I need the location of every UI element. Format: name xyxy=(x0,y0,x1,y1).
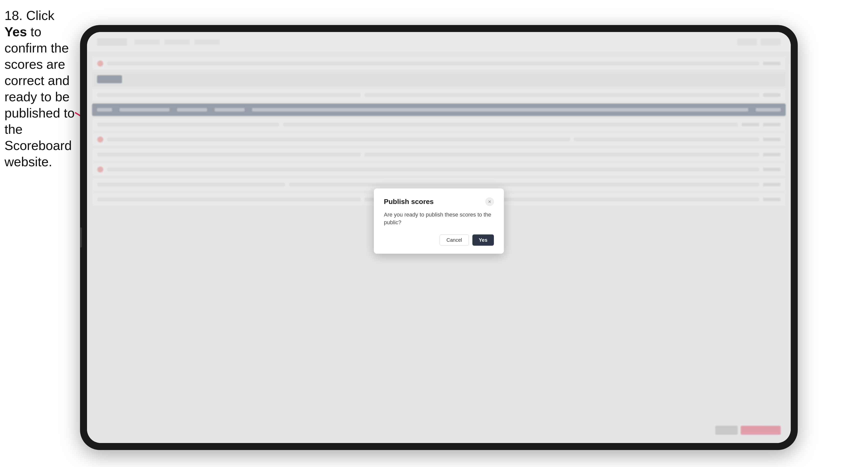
yes-button[interactable]: Yes xyxy=(472,235,494,246)
tablet-device: Publish scores × Are you ready to publis… xyxy=(80,25,798,450)
tablet-screen-bezel: Publish scores × Are you ready to publis… xyxy=(87,32,791,443)
publish-scores-modal: Publish scores × Are you ready to publis… xyxy=(374,188,504,254)
modal-title: Publish scores xyxy=(384,198,434,206)
modal-close-button[interactable]: × xyxy=(486,197,494,206)
instruction-text: 18. Click Yes to confirm the scores are … xyxy=(4,7,77,170)
modal-footer: Cancel Yes xyxy=(384,235,494,246)
cancel-button[interactable]: Cancel xyxy=(440,235,469,246)
instruction-suffix: to confirm the scores are correct and re… xyxy=(4,25,74,169)
modal-header: Publish scores × xyxy=(384,197,494,206)
tablet-power-button xyxy=(80,227,82,248)
modal-body: Are you ready to publish these scores to… xyxy=(384,211,494,226)
instruction-prefix: Click xyxy=(26,8,55,23)
screen-content: Publish scores × Are you ready to publis… xyxy=(87,32,791,443)
step-number: 18. xyxy=(4,8,23,23)
yes-emphasis: Yes xyxy=(4,25,27,39)
modal-overlay: Publish scores × Are you ready to publis… xyxy=(87,32,791,443)
